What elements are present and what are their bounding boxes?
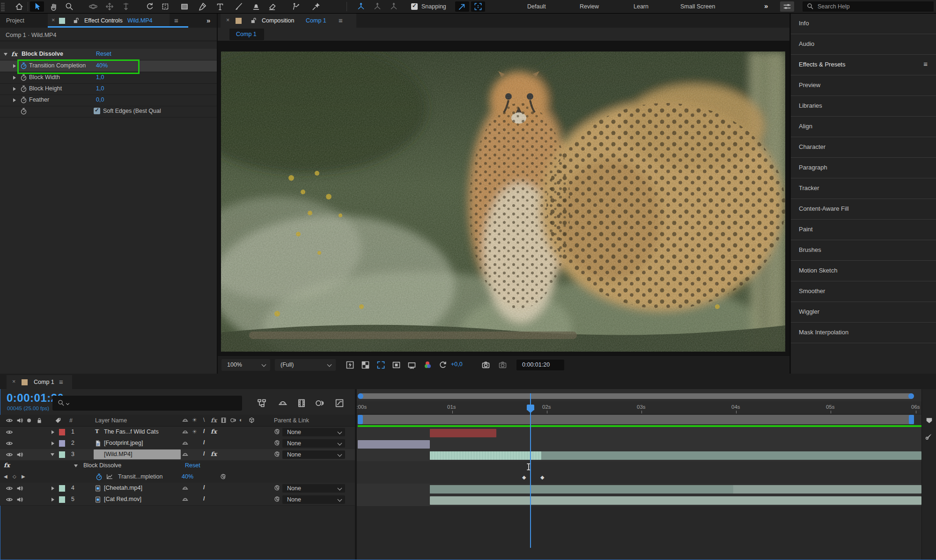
solo-column-icon[interactable] [27,419,31,422]
track-lane-keyframes[interactable]: ◆ ◆ [357,472,921,484]
tab-composition[interactable]: × Composition Comp 1 ≡ [221,14,356,28]
stopwatch-icon[interactable] [20,74,28,81]
label-color-swatch[interactable] [59,440,65,447]
param-row-block-height[interactable]: Block Height 1,0 [0,83,217,95]
panel-menu-icon[interactable]: ≡ [59,378,63,386]
param-row-soft-edges[interactable]: ✓ Soft Edges (Best Qual [0,106,217,118]
twirl-closed-icon[interactable] [13,87,16,91]
index-column-header[interactable]: # [69,417,73,424]
selection-tool[interactable] [30,1,44,12]
motion-blur-switch-icon[interactable] [229,417,236,424]
magnification-dropdown[interactable]: 100% [221,359,270,371]
snapping-label[interactable]: Snapping [421,3,446,10]
param-value[interactable]: 0,0 [96,96,104,103]
parent-dropdown[interactable]: None [282,439,345,448]
track-lane-3[interactable] [357,450,921,462]
motion-blur-icon[interactable] [314,398,324,408]
parent-link-column-header[interactable]: Parent & Link [274,417,309,424]
param-value[interactable]: 1,0 [96,85,104,92]
view-axis-mode[interactable] [387,1,401,12]
effect-name[interactable]: Block Dissolve [22,51,63,57]
video-column-eye-icon[interactable] [6,417,13,424]
close-icon[interactable]: × [12,378,15,385]
resolution-dropdown[interactable]: (Full) [275,359,336,371]
shy-switch[interactable] [182,496,189,503]
layer-row-1[interactable]: 1 T The Fas...f Wild Cats ☀ / fx None [0,427,356,438]
prev-keyframe-icon[interactable]: ◀ [4,474,7,479]
fast-previews-icon[interactable] [345,360,355,370]
sidebar-item-brushes[interactable]: Brushes [791,240,936,261]
unlock-icon[interactable] [72,16,80,24]
layer-row-3-selected[interactable]: 3 [Wild.MP4] / fx None [0,449,356,461]
sidebar-item-smoother[interactable]: Smoother [791,281,936,302]
tab-title[interactable]: Composition [262,17,294,24]
tab-target-name[interactable]: Wild.MP4 [127,17,152,24]
next-keyframe-icon[interactable]: ▶ [22,474,25,479]
tab-label[interactable]: Comp 1 [34,379,54,385]
quality-switch-icon[interactable]: \ [203,417,205,423]
keyframe-row-transition-completion[interactable]: ◀ ◇ ▶ Transit...mpletion 40% [0,472,356,483]
snap-options-icon[interactable] [455,1,469,12]
twirl-closed-icon[interactable] [13,64,16,68]
track-lane-effect[interactable] [357,461,921,473]
layer-name-column-header[interactable]: Layer Name [95,417,127,424]
parent-pick-whip-icon[interactable] [274,495,281,503]
workspace-settings-icon[interactable] [780,1,794,12]
comp-marker-bin-icon[interactable] [925,416,934,425]
frame-blending-icon[interactable] [296,398,307,408]
panel-menu-icon[interactable]: ≡ [174,16,178,24]
pick-whip-icon[interactable] [220,473,228,480]
eye-icon[interactable] [6,485,13,492]
viewer-tab-comp1[interactable]: Comp 1 [229,29,264,40]
add-keyframe-icon[interactable]: ◇ [13,474,16,479]
workspace-small-screen[interactable]: Small Screen [680,3,715,10]
snapping-checkbox[interactable]: ✓ [411,3,418,10]
track-lane-5[interactable] [357,495,921,507]
timeline-search-box[interactable] [52,396,242,411]
camera-tool[interactable] [158,1,172,12]
speaker-icon[interactable] [16,485,23,492]
layer-name[interactable]: [Cat Red.mov] [104,496,141,502]
tab-project[interactable]: Project [6,17,24,24]
label-color-swatch[interactable] [59,429,65,435]
panel-grip[interactable] [1,2,5,11]
twirl-icon[interactable] [52,430,54,434]
fx-switch[interactable]: fx [211,428,217,435]
fx-switch-icon[interactable]: fx [211,417,217,424]
track-lane-2[interactable] [357,439,921,450]
parent-pick-whip-icon[interactable] [274,439,281,447]
viewer-tab-label[interactable]: Comp 1 [236,31,257,37]
tab-target-name[interactable]: Comp 1 [306,17,326,24]
twirl-icon[interactable] [52,442,54,445]
pen-tool[interactable] [195,1,209,12]
adjustment-layer-switch-icon[interactable]: ◐ [239,417,243,423]
work-area-bar[interactable] [358,415,914,424]
sidebar-item-tracker[interactable]: Tracker [791,178,936,199]
work-area-end-handle[interactable] [909,415,914,424]
sidebar-item-content-aware-fill[interactable]: Content-Aware Fill [791,199,936,220]
local-axis-mode[interactable] [354,1,368,12]
param-name[interactable]: Feather [29,96,49,103]
layer-bar-cat-red[interactable] [430,496,921,505]
layer-name[interactable]: The Fas...f Wild Cats [104,428,159,435]
search-help-placeholder[interactable]: Search Help [818,3,850,10]
shy-switch[interactable] [182,451,189,458]
sidebar-item-mask-interpolation[interactable]: Mask Interpolation [791,323,936,343]
param-row-transition-completion[interactable]: Transition Completion 40% [0,60,217,72]
twirl-icon[interactable] [52,486,54,490]
roto-brush-tool[interactable] [289,1,303,12]
fx-switch[interactable]: fx [211,450,217,457]
twirl-open-icon[interactable] [51,453,54,456]
parent-pick-whip-icon[interactable] [274,450,281,458]
layer-bar-footprint[interactable] [358,440,430,449]
shy-switch-icon[interactable] [182,417,189,424]
graph-editor-icon[interactable] [334,398,345,408]
sidebar-item-paint[interactable]: Paint [791,220,936,240]
playhead-line[interactable] [530,393,531,548]
eye-icon[interactable] [6,428,13,436]
quality-switch[interactable]: / [203,484,205,491]
soft-edges-label[interactable]: Soft Edges (Best Qual [103,108,161,114]
workspace-learn[interactable]: Learn [634,3,649,10]
panel-overflow-icon[interactable]: » [206,16,210,24]
shy-layers-icon[interactable] [278,398,288,408]
